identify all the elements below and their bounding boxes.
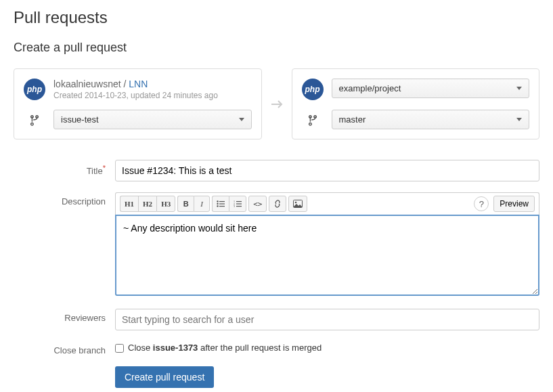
reviewers-input[interactable] <box>115 309 539 330</box>
help-button[interactable]: ? <box>474 196 489 211</box>
bold-button[interactable]: B <box>177 196 194 212</box>
close-branch-checkbox[interactable] <box>115 344 124 353</box>
editor-toolbar: H1 H2 H3 B I 123 <> ? Preview <box>115 192 539 215</box>
preview-button[interactable]: Preview <box>493 196 535 212</box>
close-branch-label: Close branch <box>14 341 115 355</box>
source-repo-box: php lokaalnieuwsnet / LNN Created 2014-1… <box>14 68 262 139</box>
dest-branch-select[interactable]: master <box>332 110 530 129</box>
h3-button[interactable]: H3 <box>156 196 175 212</box>
svg-point-4 <box>217 205 218 206</box>
close-branch-checkbox-row[interactable]: Close issue-1373 after the pull request … <box>115 341 539 353</box>
source-repo-path: lokaalnieuwsnet / LNN <box>53 79 252 89</box>
source-owner: lokaalnieuwsnet <box>53 79 121 89</box>
link-button[interactable] <box>269 196 286 212</box>
source-meta: Created 2014-10-23, updated 24 minutes a… <box>53 91 252 100</box>
ul-button[interactable] <box>212 196 229 212</box>
dest-repo-box: php example/project master <box>292 68 540 139</box>
dest-branch-value: master <box>339 114 366 125</box>
svg-point-0 <box>217 200 218 202</box>
branch-icon <box>24 114 45 126</box>
branch-icon <box>302 114 324 126</box>
php-icon: php <box>24 79 45 100</box>
code-button[interactable]: <> <box>248 196 267 212</box>
svg-rect-1 <box>219 201 225 202</box>
compare-row: php lokaalnieuwsnet / LNN Created 2014-1… <box>14 68 539 139</box>
svg-point-2 <box>217 203 218 204</box>
source-repo-link[interactable]: LNN <box>129 79 148 89</box>
svg-text:3: 3 <box>234 204 235 207</box>
svg-rect-11 <box>236 206 242 206</box>
svg-rect-5 <box>219 206 225 206</box>
source-branch-value: issue-test <box>61 114 99 125</box>
php-icon: php <box>302 79 324 100</box>
close-branch-text: Close issue-1373 after the pull request … <box>128 343 322 353</box>
ol-button[interactable]: 123 <box>229 196 246 212</box>
page-subheading: Create a pull request <box>14 41 539 55</box>
dest-repo-select[interactable]: example/project <box>332 79 530 98</box>
dest-repo-value: example/project <box>339 83 401 93</box>
title-label: Title* <box>14 160 115 176</box>
page-heading: Pull requests <box>14 8 539 27</box>
svg-point-13 <box>295 202 297 204</box>
description-label: Description <box>14 192 115 206</box>
h1-button[interactable]: H1 <box>120 196 138 212</box>
svg-rect-9 <box>236 204 242 204</box>
arrow-right-icon <box>270 99 284 110</box>
caret-down-icon <box>516 118 522 121</box>
svg-rect-7 <box>236 201 242 202</box>
title-input[interactable] <box>115 160 539 181</box>
image-button[interactable] <box>288 196 307 212</box>
source-branch-select[interactable]: issue-test <box>53 110 252 129</box>
create-pull-request-button[interactable]: Create pull request <box>115 366 214 388</box>
italic-button[interactable]: I <box>194 196 210 212</box>
caret-down-icon <box>239 118 244 121</box>
description-textarea[interactable]: ~ Any description would sit here <box>115 215 539 296</box>
h2-button[interactable]: H2 <box>138 196 156 212</box>
caret-down-icon <box>516 87 522 90</box>
reviewers-label: Reviewers <box>14 309 115 323</box>
svg-rect-3 <box>219 204 225 204</box>
